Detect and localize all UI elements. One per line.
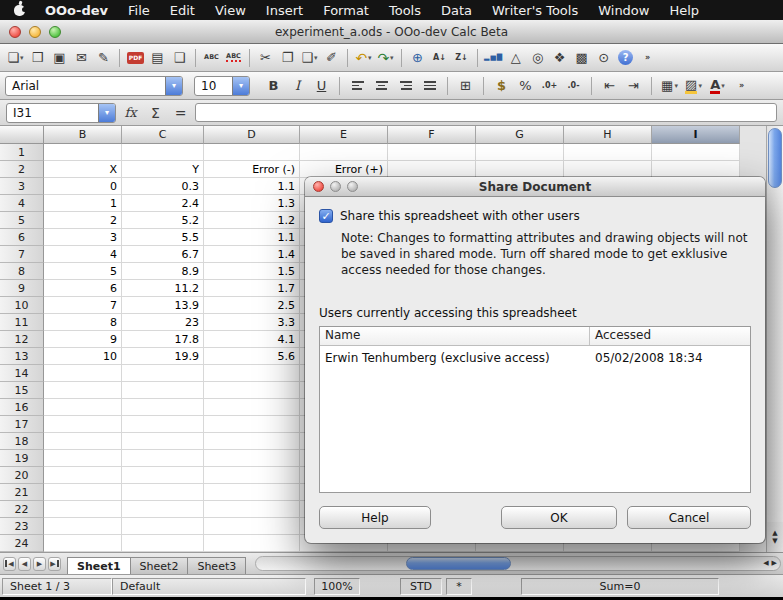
- cell-D4[interactable]: 1.3: [204, 195, 300, 212]
- insert-chart-button[interactable]: ▂▅▇: [483, 47, 504, 69]
- find-replace-button[interactable]: ◎: [527, 47, 548, 69]
- row-header-2[interactable]: 2: [0, 161, 44, 178]
- row-header-17[interactable]: 17: [0, 416, 44, 433]
- status-sum[interactable]: Sum=0: [521, 578, 719, 595]
- cell-I2[interactable]: [652, 161, 740, 178]
- apple-menu[interactable]: [0, 5, 35, 16]
- cell-B11[interactable]: 8: [44, 314, 122, 331]
- toolbar-options-button[interactable]: »: [731, 75, 752, 97]
- cell-B12[interactable]: 9: [44, 331, 122, 348]
- cell-B19[interactable]: [44, 450, 122, 467]
- cell-C5[interactable]: 5.2: [122, 212, 204, 229]
- hyperlink-button[interactable]: ⊕: [407, 47, 428, 69]
- column-header-C[interactable]: C: [122, 126, 204, 144]
- cell-F2[interactable]: [388, 161, 476, 178]
- status-page-style[interactable]: Default: [112, 578, 306, 595]
- menu-format[interactable]: Format: [313, 3, 379, 18]
- cell-E2[interactable]: Error (+): [300, 161, 388, 178]
- column-header-B[interactable]: B: [44, 126, 122, 144]
- toolbar-options-button[interactable]: »: [637, 47, 658, 69]
- cell-C18[interactable]: [122, 433, 204, 450]
- cell-D3[interactable]: 1.1: [204, 178, 300, 195]
- cell-B21[interactable]: [44, 484, 122, 501]
- scroll-left-button[interactable]: ◀: [763, 560, 768, 567]
- cell-B8[interactable]: 5: [44, 263, 122, 280]
- column-header-G[interactable]: G: [476, 126, 564, 144]
- row-header-3[interactable]: 3: [0, 178, 44, 195]
- underline-button[interactable]: U: [311, 75, 332, 97]
- row-header-8[interactable]: 8: [0, 263, 44, 280]
- cell-C11[interactable]: 23: [122, 314, 204, 331]
- auto-spellcheck-button[interactable]: ABC: [223, 47, 244, 69]
- ok-button[interactable]: OK: [501, 506, 617, 529]
- status-zoom[interactable]: 100%: [314, 578, 360, 595]
- cell-D17[interactable]: [204, 416, 300, 433]
- last-sheet-button[interactable]: ▶: [48, 557, 61, 571]
- first-sheet-button[interactable]: ◀: [3, 557, 16, 571]
- cell-D1[interactable]: [204, 144, 300, 161]
- cell-D8[interactable]: 1.5: [204, 263, 300, 280]
- window-minimize-button[interactable]: [29, 26, 41, 38]
- menu-window[interactable]: Window: [588, 3, 659, 18]
- cell-C8[interactable]: 8.9: [122, 263, 204, 280]
- cell-D12[interactable]: 4.1: [204, 331, 300, 348]
- format-currency-button[interactable]: $: [491, 75, 512, 97]
- column-header-D[interactable]: D: [204, 126, 300, 144]
- row-header-6[interactable]: 6: [0, 229, 44, 246]
- cell-C3[interactable]: 0.3: [122, 178, 204, 195]
- row-header-19[interactable]: 19: [0, 450, 44, 467]
- scroll-right-button[interactable]: ▶: [772, 560, 777, 567]
- cell-D5[interactable]: 1.2: [204, 212, 300, 229]
- cell-E1[interactable]: [300, 144, 388, 161]
- cell-B14[interactable]: [44, 365, 122, 382]
- menu-edit[interactable]: Edit: [160, 3, 205, 18]
- cell-B2[interactable]: X: [44, 161, 122, 178]
- previous-sheet-button[interactable]: ◀: [18, 557, 31, 571]
- cell-D21[interactable]: [204, 484, 300, 501]
- align-justified-button[interactable]: [419, 75, 440, 97]
- row-header-23[interactable]: 23: [0, 518, 44, 535]
- row-header-10[interactable]: 10: [0, 297, 44, 314]
- cell-D11[interactable]: 3.3: [204, 314, 300, 331]
- borders-button[interactable]: ▦▾: [659, 75, 680, 97]
- row-header-15[interactable]: 15: [0, 382, 44, 399]
- sort-ascending-button[interactable]: A↓: [429, 47, 450, 69]
- cell-C15[interactable]: [122, 382, 204, 399]
- open-button[interactable]: ❒: [27, 47, 48, 69]
- horizontal-scrollbar[interactable]: ◀ ▶: [255, 556, 781, 571]
- show-draw-functions-button[interactable]: △: [505, 47, 526, 69]
- row-header-24[interactable]: 24: [0, 535, 44, 552]
- status-selection-mode[interactable]: STD: [400, 578, 442, 595]
- cell-C1[interactable]: [122, 144, 204, 161]
- vertical-scrollbar[interactable]: ▲ ▼: [766, 126, 783, 552]
- cell-F1[interactable]: [388, 144, 476, 161]
- cell-C20[interactable]: [122, 467, 204, 484]
- page-preview-button[interactable]: ❑: [169, 47, 190, 69]
- name-box[interactable]: I31 ▾: [6, 103, 116, 123]
- print-button[interactable]: ▤: [147, 47, 168, 69]
- sheet-tab-sheet1[interactable]: Sheet1: [67, 557, 131, 574]
- paste-button[interactable]: ❑▾: [299, 47, 320, 69]
- cell-D6[interactable]: 1.1: [204, 229, 300, 246]
- cell-D24[interactable]: [204, 535, 300, 552]
- gallery-button[interactable]: ▩: [571, 47, 592, 69]
- column-header-H[interactable]: H: [564, 126, 652, 144]
- share-checkbox[interactable]: ✓: [319, 209, 333, 223]
- cell-B13[interactable]: 10: [44, 348, 122, 365]
- copy-button[interactable]: ❐: [277, 47, 298, 69]
- formula-button[interactable]: =: [170, 102, 191, 124]
- decrease-indent-button[interactable]: ⇤: [599, 75, 620, 97]
- sheet-tab-sheet2[interactable]: Sheet2: [130, 557, 189, 574]
- format-percent-button[interactable]: %: [515, 75, 536, 97]
- row-header-20[interactable]: 20: [0, 467, 44, 484]
- cell-B24[interactable]: [44, 535, 122, 552]
- column-header-E[interactable]: E: [300, 126, 388, 144]
- cell-C24[interactable]: [122, 535, 204, 552]
- cell-I1[interactable]: [652, 144, 740, 161]
- row-header-9[interactable]: 9: [0, 280, 44, 297]
- font-color-button[interactable]: A▾: [707, 75, 728, 97]
- menu-data[interactable]: Data: [431, 3, 482, 18]
- cell-D9[interactable]: 1.7: [204, 280, 300, 297]
- cell-G2[interactable]: [476, 161, 564, 178]
- cell-B16[interactable]: [44, 399, 122, 416]
